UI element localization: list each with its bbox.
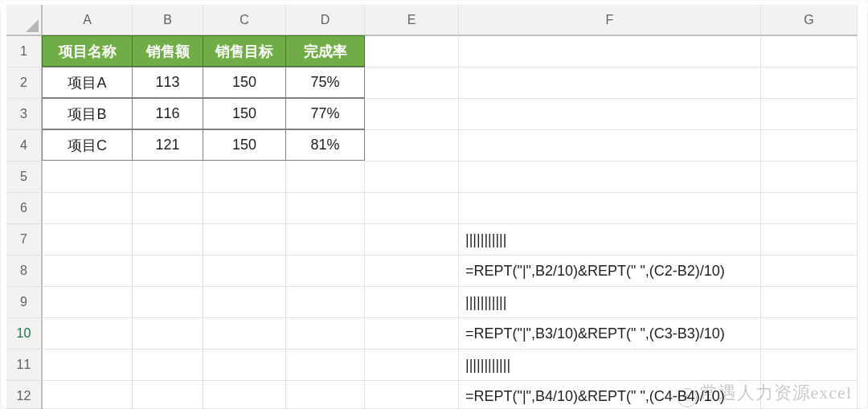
cell-G1[interactable]: [761, 36, 858, 67]
cell-B6[interactable]: [133, 193, 203, 224]
cell-C3[interactable]: 150: [203, 98, 286, 129]
cell-G9[interactable]: [761, 287, 858, 318]
cell-C9[interactable]: [203, 287, 286, 318]
row-header-12[interactable]: 12: [6, 381, 43, 409]
cell-E9[interactable]: [365, 287, 459, 318]
cell-C11[interactable]: [203, 350, 286, 381]
cell-F2[interactable]: [459, 67, 761, 99]
col-header-E[interactable]: E: [365, 5, 459, 36]
cell-C12[interactable]: [203, 381, 286, 409]
row-header-7[interactable]: 7: [6, 224, 43, 256]
cell-B9[interactable]: [133, 287, 203, 318]
cell-F10[interactable]: =REPT("|",B3/10)&REPT(" ",(C3-B3)/10): [459, 318, 761, 350]
cell-D4[interactable]: 81%: [285, 129, 365, 161]
cell-D7[interactable]: [286, 224, 365, 256]
cell-B5[interactable]: [133, 162, 203, 193]
cell-G3[interactable]: [761, 99, 858, 130]
cell-A6[interactable]: [43, 193, 133, 224]
cell-F4[interactable]: [459, 130, 761, 162]
row-header-10[interactable]: 10: [6, 318, 43, 350]
col-header-B[interactable]: B: [133, 5, 203, 36]
spreadsheet-grid[interactable]: A B C D E F G 1 项目名称 销售额 销售目标 完成率 2 项目A …: [6, 5, 862, 409]
cell-F12[interactable]: =REPT("|",B4/10)&REPT(" ",(C4-B4)/10): [459, 381, 761, 409]
cell-F1[interactable]: [459, 36, 761, 67]
cell-D9[interactable]: [286, 287, 365, 318]
cell-D3[interactable]: 77%: [285, 98, 365, 129]
cell-C8[interactable]: [203, 256, 286, 287]
cell-G4[interactable]: [761, 130, 858, 162]
cell-C4[interactable]: 150: [203, 129, 286, 161]
cell-A11[interactable]: [43, 350, 133, 381]
cell-B3[interactable]: 116: [132, 98, 203, 129]
cell-F9[interactable]: |||||||||||: [459, 287, 761, 318]
cell-C7[interactable]: [203, 224, 286, 256]
cell-E8[interactable]: [365, 256, 459, 287]
row-header-9[interactable]: 9: [6, 287, 43, 318]
cell-C1[interactable]: 销售目标: [203, 35, 286, 67]
cell-B7[interactable]: [133, 224, 203, 256]
cell-B8[interactable]: [133, 256, 203, 287]
cell-G6[interactable]: [761, 193, 858, 224]
cell-G8[interactable]: [761, 256, 858, 287]
cell-A8[interactable]: [43, 256, 133, 287]
cell-E11[interactable]: [365, 350, 459, 381]
row-header-2[interactable]: 2: [6, 67, 43, 99]
cell-B2[interactable]: 113: [132, 67, 203, 98]
cell-E4[interactable]: [365, 130, 459, 162]
cell-F5[interactable]: [459, 162, 761, 193]
cell-A1[interactable]: 项目名称: [42, 35, 133, 67]
cell-A5[interactable]: [43, 162, 133, 193]
cell-A4[interactable]: 项目C: [42, 129, 133, 161]
cell-E6[interactable]: [365, 193, 459, 224]
cell-E12[interactable]: [365, 381, 459, 409]
cell-E5[interactable]: [365, 162, 459, 193]
cell-B1[interactable]: 销售额: [132, 35, 203, 67]
cell-F7[interactable]: |||||||||||: [459, 224, 761, 256]
cell-B11[interactable]: [133, 350, 203, 381]
row-header-11[interactable]: 11: [6, 350, 43, 381]
row-header-8[interactable]: 8: [6, 256, 43, 287]
cell-G2[interactable]: [761, 67, 858, 99]
cell-D8[interactable]: [286, 256, 365, 287]
cell-C2[interactable]: 150: [203, 67, 286, 98]
cell-G5[interactable]: [761, 162, 858, 193]
cell-C10[interactable]: [203, 318, 286, 350]
col-header-G[interactable]: G: [761, 5, 858, 36]
cell-G12[interactable]: [761, 381, 858, 409]
cell-B4[interactable]: 121: [132, 129, 203, 161]
cell-A3[interactable]: 项目B: [42, 98, 133, 129]
row-header-3[interactable]: 3: [6, 99, 43, 130]
cell-B12[interactable]: [133, 381, 203, 409]
cell-D11[interactable]: [286, 350, 365, 381]
cell-E7[interactable]: [365, 224, 459, 256]
cell-D10[interactable]: [286, 318, 365, 350]
cell-A12[interactable]: [43, 381, 133, 409]
cell-B10[interactable]: [133, 318, 203, 350]
cell-A10[interactable]: [43, 318, 133, 350]
col-header-D[interactable]: D: [286, 5, 365, 36]
cell-A9[interactable]: [43, 287, 133, 318]
cell-G11[interactable]: [761, 350, 858, 381]
cell-C6[interactable]: [203, 193, 286, 224]
cell-D5[interactable]: [286, 162, 365, 193]
cell-E10[interactable]: [365, 318, 459, 350]
cell-D12[interactable]: [286, 381, 365, 409]
cell-F8[interactable]: =REPT("|",B2/10)&REPT(" ",(C2-B2)/10): [459, 256, 761, 287]
cell-E2[interactable]: [365, 67, 459, 99]
cell-E1[interactable]: [365, 36, 459, 67]
row-header-6[interactable]: 6: [6, 193, 43, 224]
cell-A2[interactable]: 项目A: [42, 67, 133, 98]
row-header-1[interactable]: 1: [6, 36, 43, 67]
cell-D1[interactable]: 完成率: [285, 35, 365, 67]
cell-G10[interactable]: [761, 318, 858, 350]
cell-G7[interactable]: [761, 224, 858, 256]
col-header-F[interactable]: F: [459, 5, 761, 36]
cell-D6[interactable]: [286, 193, 365, 224]
col-header-A[interactable]: A: [43, 5, 133, 36]
cell-F6[interactable]: [459, 193, 761, 224]
col-header-C[interactable]: C: [203, 5, 286, 36]
row-header-4[interactable]: 4: [6, 130, 43, 162]
cell-C5[interactable]: [203, 162, 286, 193]
cell-F3[interactable]: [459, 99, 761, 130]
row-header-5[interactable]: 5: [6, 162, 43, 193]
